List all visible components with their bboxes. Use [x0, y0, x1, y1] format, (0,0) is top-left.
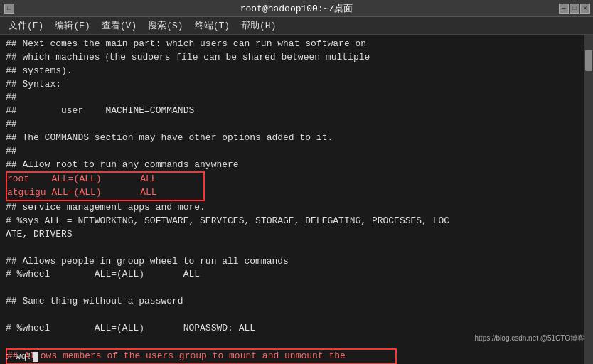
line-6: ## user MACHINE=COMMANDS — [6, 105, 587, 118]
line-17: ## Allows people in group wheel to run a… — [6, 255, 587, 269]
window: □ root@hadoop100:~/桌面 ─ □ ✕ 文件(F) 编辑(E) … — [0, 0, 593, 364]
command-line: : wq! — [0, 351, 38, 362]
line-1: ## Next comes the main part: which users… — [6, 38, 587, 51]
line-4: ## Syntax: — [6, 78, 587, 92]
line-16 — [6, 242, 587, 255]
line-24: ## Allows members of the users group to … — [7, 350, 395, 363]
menu-search[interactable]: 搜索(S) — [142, 18, 188, 33]
maximize-button[interactable]: □ — [570, 4, 579, 14]
line-20: ## Same thing without a password — [6, 295, 587, 309]
line-19 — [6, 282, 587, 295]
line-9: ## — [6, 145, 587, 159]
menu-edit[interactable]: 编辑(E) — [49, 18, 95, 33]
terminal-body: ## Next comes the main part: which users… — [0, 35, 593, 364]
line-14: # %sys ALL = NETWORKING, SOFTWARE, SERVI… — [6, 215, 587, 228]
highlighted-last-block: ## Allows members of the users group to … — [6, 348, 397, 364]
content-lines: ## Next comes the main part: which users… — [6, 38, 587, 364]
window-icon: □ — [4, 4, 14, 14]
line-13: ## service management apps and more. — [6, 201, 587, 215]
cursor — [33, 352, 38, 362]
line-8: ## The COMMANDS section may have other o… — [6, 132, 587, 145]
line-atguigu: atguigu ALL=(ALL) ALL — [7, 186, 203, 200]
menu-terminal[interactable]: 终端(T) — [189, 18, 235, 33]
window-title: root@hadoop100:~/桌面 — [240, 2, 353, 15]
line-21 — [6, 309, 587, 322]
watermark: https://blog.csdn.net @51CTO博客 — [475, 333, 584, 343]
menu-help[interactable]: 帮助(H) — [235, 18, 282, 33]
title-bar: □ root@hadoop100:~/桌面 ─ □ ✕ — [0, 0, 593, 17]
line-18: # %wheel ALL=(ALL) ALL — [6, 268, 587, 282]
scrollbar[interactable] — [584, 35, 593, 364]
line-10: ## Allow root to run any commands anywhe… — [6, 159, 587, 172]
line-7: ## — [6, 118, 587, 132]
title-bar-controls[interactable]: □ — [4, 4, 14, 14]
minimize-button[interactable]: ─ — [559, 4, 569, 14]
highlighted-block: root ALL=(ALL) ALL atguigu ALL=(ALL) ALL — [6, 171, 205, 201]
menu-file[interactable]: 文件(F) — [3, 18, 49, 33]
window-buttons[interactable]: ─ □ ✕ — [559, 4, 590, 14]
scrollbar-thumb[interactable] — [585, 50, 592, 71]
line-5: ## — [6, 91, 587, 105]
close-button[interactable]: ✕ — [580, 4, 590, 14]
line-15: ATE, DRIVERS — [6, 228, 587, 242]
menu-bar: 文件(F) 编辑(E) 查看(V) 搜索(S) 终端(T) 帮助(H) — [0, 17, 593, 35]
command-text: : wq! — [4, 351, 32, 362]
line-3: ## systems). — [6, 65, 587, 78]
line-root: root ALL=(ALL) ALL — [7, 173, 203, 186]
line-2: ## which machines（the sudoers file can b… — [6, 51, 587, 65]
menu-view[interactable]: 查看(V) — [96, 18, 142, 33]
